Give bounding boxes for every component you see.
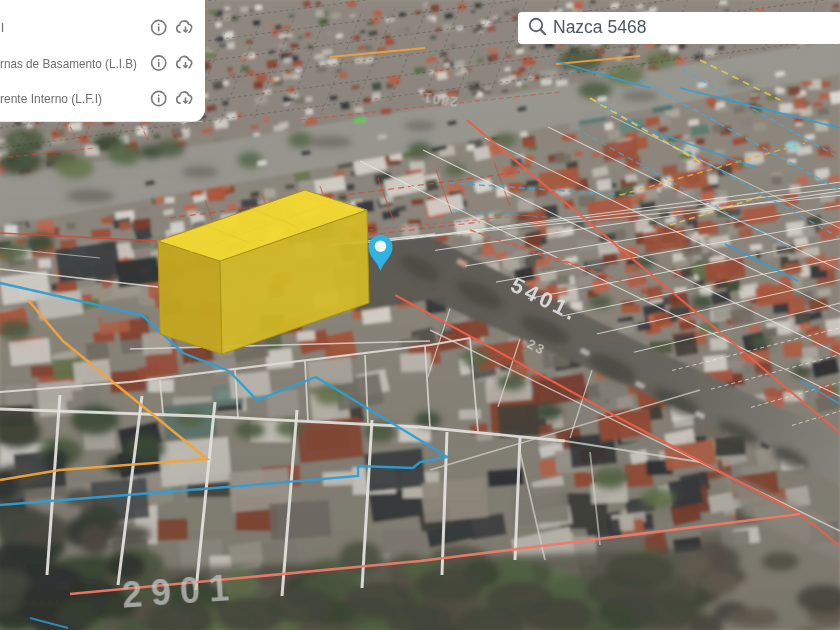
svg-text:Nazca 5468: Nazca 5468 xyxy=(553,17,646,37)
svg-text:rnas de Basamento (L.I.B): rnas de Basamento (L.I.B) xyxy=(0,56,137,71)
svg-text:l: l xyxy=(1,20,4,35)
svg-text:2901: 2901 xyxy=(121,567,240,616)
svg-text:rente Interno (L.F.I): rente Interno (L.F.I) xyxy=(0,91,102,106)
